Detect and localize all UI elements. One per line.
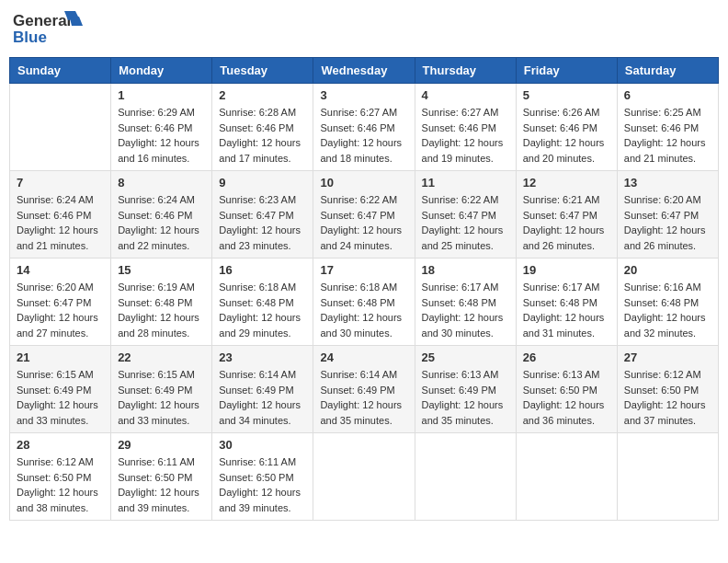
- day-cell: 14Sunrise: 6:20 AMSunset: 6:47 PMDayligh…: [10, 259, 111, 346]
- day-number: 15: [118, 263, 205, 277]
- cell-info: Sunrise: 6:11 AMSunset: 6:50 PMDaylight:…: [219, 454, 306, 515]
- day-number: 4: [422, 88, 509, 102]
- week-row-2: 7Sunrise: 6:24 AMSunset: 6:46 PMDaylight…: [10, 171, 719, 259]
- day-number: 27: [624, 350, 711, 364]
- cell-info: Sunrise: 6:15 AMSunset: 6:49 PMDaylight:…: [17, 367, 104, 428]
- cell-info: Sunrise: 6:22 AMSunset: 6:47 PMDaylight:…: [422, 192, 509, 253]
- day-number: 20: [624, 263, 711, 277]
- day-number: 25: [422, 350, 509, 364]
- cell-info: Sunrise: 6:25 AMSunset: 6:46 PMDaylight:…: [624, 105, 711, 166]
- day-cell: 22Sunrise: 6:15 AMSunset: 6:49 PMDayligh…: [111, 346, 212, 433]
- col-header-thursday: Thursday: [415, 58, 516, 84]
- day-number: 2: [219, 88, 306, 102]
- day-cell: 5Sunrise: 6:26 AMSunset: 6:46 PMDaylight…: [516, 84, 617, 171]
- cell-info: Sunrise: 6:24 AMSunset: 6:46 PMDaylight:…: [118, 192, 205, 253]
- day-cell: 27Sunrise: 6:12 AMSunset: 6:50 PMDayligh…: [617, 346, 718, 433]
- cell-info: Sunrise: 6:18 AMSunset: 6:48 PMDaylight:…: [320, 280, 407, 340]
- cell-info: Sunrise: 6:16 AMSunset: 6:48 PMDaylight:…: [624, 280, 711, 340]
- svg-text:General: General: [13, 12, 71, 29]
- logo: General Blue: [13, 9, 96, 50]
- day-number: 19: [523, 263, 610, 277]
- col-header-saturday: Saturday: [617, 58, 718, 84]
- day-cell: 29Sunrise: 6:11 AMSunset: 6:50 PMDayligh…: [111, 433, 212, 521]
- day-cell: [10, 84, 111, 171]
- day-cell: [313, 433, 415, 521]
- col-header-friday: Friday: [516, 58, 617, 84]
- cell-info: Sunrise: 6:14 AMSunset: 6:49 PMDaylight:…: [219, 367, 306, 428]
- cell-info: Sunrise: 6:28 AMSunset: 6:46 PMDaylight:…: [219, 105, 306, 166]
- day-cell: 24Sunrise: 6:14 AMSunset: 6:49 PMDayligh…: [313, 346, 415, 433]
- day-number: 6: [624, 88, 711, 102]
- day-cell: 8Sunrise: 6:24 AMSunset: 6:46 PMDaylight…: [111, 171, 212, 259]
- week-row-1: 1Sunrise: 6:29 AMSunset: 6:46 PMDaylight…: [10, 84, 719, 171]
- day-cell: 20Sunrise: 6:16 AMSunset: 6:48 PMDayligh…: [617, 259, 718, 346]
- day-number: 29: [118, 438, 205, 452]
- day-cell: 10Sunrise: 6:22 AMSunset: 6:47 PMDayligh…: [313, 171, 415, 259]
- day-number: 11: [422, 176, 509, 190]
- day-cell: 26Sunrise: 6:13 AMSunset: 6:50 PMDayligh…: [516, 346, 617, 433]
- svg-text:Blue: Blue: [13, 29, 47, 46]
- day-number: 13: [624, 176, 711, 190]
- cell-info: Sunrise: 6:13 AMSunset: 6:49 PMDaylight:…: [422, 367, 509, 428]
- day-number: 17: [320, 263, 407, 277]
- cell-info: Sunrise: 6:19 AMSunset: 6:48 PMDaylight:…: [118, 280, 205, 340]
- cell-info: Sunrise: 6:29 AMSunset: 6:46 PMDaylight:…: [118, 105, 205, 166]
- day-number: 18: [422, 263, 509, 277]
- day-cell: 23Sunrise: 6:14 AMSunset: 6:49 PMDayligh…: [212, 346, 313, 433]
- cell-info: Sunrise: 6:18 AMSunset: 6:48 PMDaylight:…: [219, 280, 306, 340]
- calendar-table: SundayMondayTuesdayWednesdayThursdayFrid…: [9, 57, 719, 521]
- col-header-sunday: Sunday: [10, 58, 111, 84]
- day-cell: 28Sunrise: 6:12 AMSunset: 6:50 PMDayligh…: [10, 433, 111, 521]
- day-number: 28: [17, 438, 104, 452]
- cell-info: Sunrise: 6:15 AMSunset: 6:49 PMDaylight:…: [118, 367, 205, 428]
- cell-info: Sunrise: 6:12 AMSunset: 6:50 PMDaylight:…: [624, 367, 711, 428]
- day-cell: 12Sunrise: 6:21 AMSunset: 6:47 PMDayligh…: [516, 171, 617, 259]
- day-number: 10: [320, 176, 407, 190]
- day-cell: 19Sunrise: 6:17 AMSunset: 6:48 PMDayligh…: [516, 259, 617, 346]
- day-number: 3: [320, 88, 407, 102]
- cell-info: Sunrise: 6:13 AMSunset: 6:50 PMDaylight:…: [523, 367, 610, 428]
- day-number: 12: [523, 176, 610, 190]
- day-cell: 21Sunrise: 6:15 AMSunset: 6:49 PMDayligh…: [10, 346, 111, 433]
- col-header-monday: Monday: [111, 58, 212, 84]
- day-number: 26: [523, 350, 610, 364]
- col-header-wednesday: Wednesday: [313, 58, 415, 84]
- day-cell: 6Sunrise: 6:25 AMSunset: 6:46 PMDaylight…: [617, 84, 718, 171]
- day-cell: 1Sunrise: 6:29 AMSunset: 6:46 PMDaylight…: [111, 84, 212, 171]
- col-header-tuesday: Tuesday: [212, 58, 313, 84]
- cell-info: Sunrise: 6:20 AMSunset: 6:47 PMDaylight:…: [17, 280, 104, 340]
- day-number: 21: [17, 350, 104, 364]
- day-cell: 17Sunrise: 6:18 AMSunset: 6:48 PMDayligh…: [313, 259, 415, 346]
- day-number: 14: [17, 263, 104, 277]
- cell-info: Sunrise: 6:26 AMSunset: 6:46 PMDaylight:…: [523, 105, 610, 166]
- day-cell: 30Sunrise: 6:11 AMSunset: 6:50 PMDayligh…: [212, 433, 313, 521]
- cell-info: Sunrise: 6:21 AMSunset: 6:47 PMDaylight:…: [523, 192, 610, 253]
- day-number: 5: [523, 88, 610, 102]
- day-cell: 2Sunrise: 6:28 AMSunset: 6:46 PMDaylight…: [212, 84, 313, 171]
- day-cell: 16Sunrise: 6:18 AMSunset: 6:48 PMDayligh…: [212, 259, 313, 346]
- cell-info: Sunrise: 6:14 AMSunset: 6:49 PMDaylight:…: [320, 367, 407, 428]
- day-number: 16: [219, 263, 306, 277]
- day-number: 8: [118, 176, 205, 190]
- day-cell: 13Sunrise: 6:20 AMSunset: 6:47 PMDayligh…: [617, 171, 718, 259]
- cell-info: Sunrise: 6:23 AMSunset: 6:47 PMDaylight:…: [219, 192, 306, 253]
- day-cell: [415, 433, 516, 521]
- cell-info: Sunrise: 6:24 AMSunset: 6:46 PMDaylight:…: [17, 192, 104, 253]
- day-cell: 15Sunrise: 6:19 AMSunset: 6:48 PMDayligh…: [111, 259, 212, 346]
- day-cell: 25Sunrise: 6:13 AMSunset: 6:49 PMDayligh…: [415, 346, 516, 433]
- day-number: 23: [219, 350, 306, 364]
- cell-info: Sunrise: 6:12 AMSunset: 6:50 PMDaylight:…: [17, 454, 104, 515]
- week-row-4: 21Sunrise: 6:15 AMSunset: 6:49 PMDayligh…: [10, 346, 719, 433]
- day-cell: [516, 433, 617, 521]
- header: General Blue: [9, 9, 719, 50]
- day-number: 1: [118, 88, 205, 102]
- day-number: 22: [118, 350, 205, 364]
- day-cell: 3Sunrise: 6:27 AMSunset: 6:46 PMDaylight…: [313, 84, 415, 171]
- header-row: SundayMondayTuesdayWednesdayThursdayFrid…: [10, 58, 719, 84]
- day-cell: [617, 433, 718, 521]
- day-cell: 4Sunrise: 6:27 AMSunset: 6:46 PMDaylight…: [415, 84, 516, 171]
- cell-info: Sunrise: 6:27 AMSunset: 6:46 PMDaylight:…: [320, 105, 407, 166]
- day-cell: 9Sunrise: 6:23 AMSunset: 6:47 PMDaylight…: [212, 171, 313, 259]
- cell-info: Sunrise: 6:17 AMSunset: 6:48 PMDaylight:…: [422, 280, 509, 340]
- week-row-3: 14Sunrise: 6:20 AMSunset: 6:47 PMDayligh…: [10, 259, 719, 346]
